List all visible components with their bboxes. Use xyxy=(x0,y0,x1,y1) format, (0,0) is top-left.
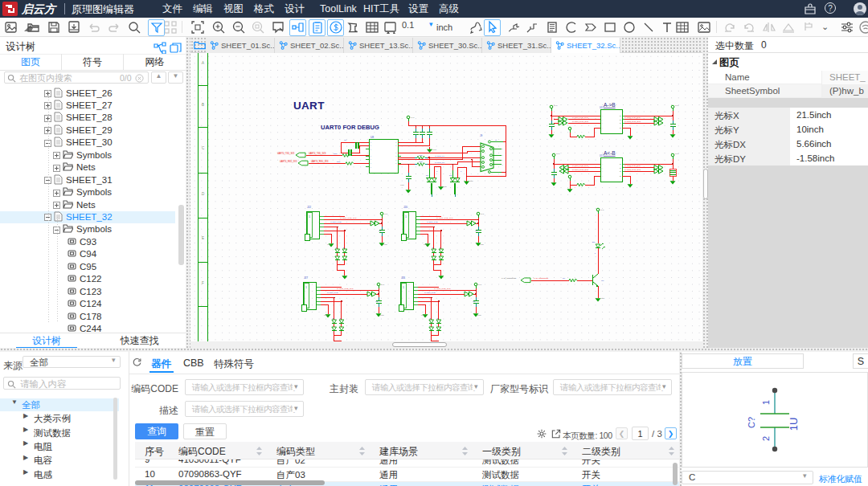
svg-text:3V3: 3V3 xyxy=(554,104,558,107)
svg-text:GND: GND xyxy=(324,314,328,316)
svg-text:1: 1 xyxy=(761,400,771,405)
svg-text:1: 1 xyxy=(309,215,310,218)
svg-text:UART1_RXD_3V3: UART1_RXD_3V3 xyxy=(572,169,588,171)
svg-text:UART1_TXD_3V3: UART1_TXD_3V3 xyxy=(434,288,451,290)
svg-text:3V3: 3V3 xyxy=(411,116,415,119)
svg-text:J20: J20 xyxy=(403,206,407,209)
svg-text:A<-B: A<-B xyxy=(604,150,616,156)
svg-text:GND: GND xyxy=(383,243,387,245)
svg-text:3V3: 3V3 xyxy=(675,153,679,155)
svg-text:UART2_TXD_3V3: UART2_TXD_3V3 xyxy=(624,116,641,119)
svg-text:FAN_CONTROL: FAN_CONTROL xyxy=(502,277,517,280)
svg-text:UART0_RX: UART0_RX xyxy=(435,161,445,164)
svg-text:UART1_TXD_3V3: UART1_TXD_3V3 xyxy=(572,165,588,167)
svg-text:GND: GND xyxy=(380,314,384,316)
svg-text:R03: R03 xyxy=(419,161,423,163)
svg-text:R02: R02 xyxy=(419,154,423,157)
svg-text:J27: J27 xyxy=(304,276,308,280)
svg-text:R01: R01 xyxy=(337,161,341,163)
svg-text:U8: U8 xyxy=(371,136,374,139)
svg-text:UART2_RXD_3V3: UART2_RXD_3V3 xyxy=(624,169,641,171)
svg-text:F: F xyxy=(202,281,204,285)
svg-text:C?: C? xyxy=(747,417,756,428)
svg-text:GND: GND xyxy=(424,243,428,245)
svg-text:UART0_TXD_3V3: UART0_TXD_3V3 xyxy=(309,152,326,155)
svg-text:3V3: 3V3 xyxy=(600,209,604,211)
svg-text:J9: J9 xyxy=(480,134,483,137)
svg-text:A: A xyxy=(202,61,204,65)
svg-text:A->B: A->B xyxy=(604,102,616,108)
svg-text:UART1_RXD_3V3: UART1_RXD_3V3 xyxy=(572,120,588,123)
svg-text:U12: U12 xyxy=(600,154,604,157)
svg-text:GND: GND xyxy=(327,243,331,245)
svg-text:GND: GND xyxy=(400,184,404,186)
svg-text:GND: GND xyxy=(443,186,447,187)
svg-text:J26: J26 xyxy=(401,276,405,280)
svg-text:UART2_TXD_3V3: UART2_TXD_3V3 xyxy=(624,165,641,167)
svg-text:3V3: 3V3 xyxy=(478,284,482,285)
svg-text:3V3: 3V3 xyxy=(481,213,485,214)
svg-text:UART0_RXD_3V3: UART0_RXD_3V3 xyxy=(280,160,297,163)
svg-text:GND: GND xyxy=(600,297,605,300)
svg-text:GND: GND xyxy=(469,180,473,182)
svg-text:U12: U12 xyxy=(600,106,604,109)
svg-text:GND: GND xyxy=(421,314,425,316)
svg-text:UART0_TXD_3V3: UART0_TXD_3V3 xyxy=(277,152,295,155)
svg-text:2: 2 xyxy=(761,436,771,441)
svg-text:UART0_RXD_3V3: UART0_RXD_3V3 xyxy=(311,160,329,163)
svg-text:UART2_RXD_3V3: UART2_RXD_3V3 xyxy=(624,120,641,123)
svg-text:UART: UART xyxy=(293,100,325,112)
svg-text:UART1_TXD_3V3: UART1_TXD_3V3 xyxy=(572,116,588,119)
svg-text:UART0 FOR DEBUG: UART0 FOR DEBUG xyxy=(321,124,379,131)
svg-text:FAN_CONTROL: FAN_CONTROL xyxy=(534,277,549,280)
svg-text:1: 1 xyxy=(405,215,407,218)
svg-text:3V3: 3V3 xyxy=(675,104,679,107)
svg-text:GND: GND xyxy=(477,314,481,316)
svg-text:B: B xyxy=(202,103,204,107)
svg-text:3V3: 3V3 xyxy=(384,213,388,214)
svg-text:UART1_TXD_3V3: UART1_TXD_3V3 xyxy=(340,217,357,219)
svg-text:R00: R00 xyxy=(334,153,338,155)
svg-text:3V3: 3V3 xyxy=(556,153,560,155)
svg-text:J22: J22 xyxy=(307,206,311,209)
svg-text:GND: GND xyxy=(480,243,484,245)
svg-text:GND: GND xyxy=(432,149,436,150)
svg-text:1: 1 xyxy=(403,286,404,289)
svg-text:UART1_TXD_3V3: UART1_TXD_3V3 xyxy=(436,217,453,219)
svg-text:UART0_TX: UART0_TX xyxy=(435,155,445,157)
svg-text:3V3: 3V3 xyxy=(381,284,385,285)
svg-text:1: 1 xyxy=(305,286,307,289)
svg-text:1U: 1U xyxy=(788,418,800,431)
svg-text:E: E xyxy=(202,236,204,240)
svg-text:UART1_TXD_3V3: UART1_TXD_3V3 xyxy=(337,288,354,290)
